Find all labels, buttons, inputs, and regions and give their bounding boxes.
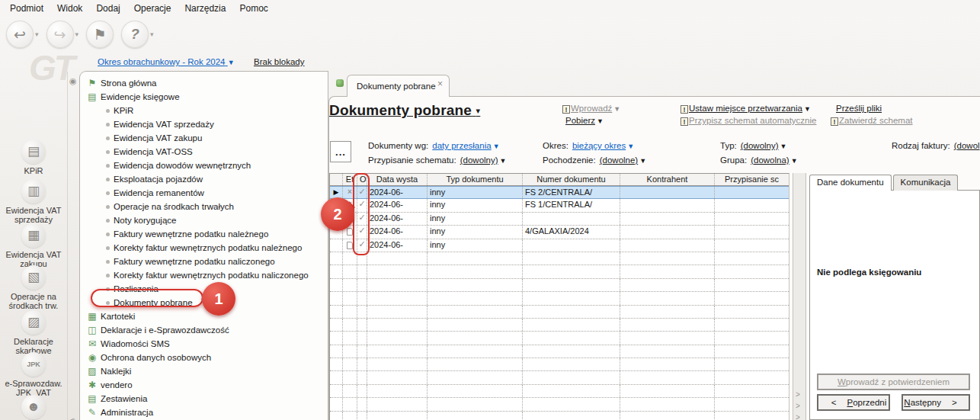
filter-value-link[interactable]: (dowol	[954, 141, 980, 150]
tree-item-strona-g-wna[interactable]: ⚑Strona główna	[80, 76, 328, 90]
tree-item-zestawienia[interactable]: ▤Zestawienia	[80, 392, 328, 406]
filter-value-link[interactable]: (dowolny)	[460, 155, 498, 165]
tree-item-eksploatacja-pojazd-w[interactable]: Eksploatacja pojazdów	[80, 172, 328, 186]
module-item-4[interactable]: ▨Deklaracje skarbowe	[0, 310, 67, 355]
tree-item-ewidencja-vat-sprzeda-y[interactable]: Ewidencja VAT sprzedaży	[80, 117, 328, 131]
side-panel-splitter[interactable]: >>>	[793, 173, 806, 420]
table-row-empty[interactable]	[330, 332, 789, 345]
column-header-Przypisanie sc[interactable]: Przypisanie sc	[715, 174, 789, 185]
module-item-5[interactable]: JPKe-Sprawozdaw. JPK_VAT	[0, 352, 67, 397]
menu-item[interactable]: Podmiot	[3, 1, 50, 16]
menu-item[interactable]: Narzędzia	[178, 1, 232, 16]
tree-item-operacje-na-rodkach-trwa-ych[interactable]: Operacje na środkach trwałych	[80, 200, 328, 213]
expand-chevron-icon[interactable]: >	[796, 390, 800, 399]
tree-item-wiadomo-ci-sms[interactable]: ✉Wiadomości SMS	[80, 337, 328, 351]
filter-value-link[interactable]: daty przesłania	[432, 141, 491, 150]
table-row[interactable]: ▶×✓2024-06-innyFS 2/CENTRALA/	[330, 186, 789, 199]
module-item-3[interactable]: ▧Operacje na środkach trw.	[0, 265, 67, 310]
collapse-chevron-icon[interactable]: <	[70, 416, 75, 420]
tree-item-deklaracje-i-e-sprawozdawczo-[interactable]: ◫Deklaracje i e-Sprawozdawczość	[80, 323, 328, 337]
filter-value-link[interactable]: (dowolne)	[600, 155, 639, 165]
chevron-down-icon: ▼	[791, 157, 798, 165]
button-poprzedni[interactable]: <Poprzedni	[817, 394, 890, 411]
table-row-empty[interactable]	[330, 252, 789, 265]
column-header-Data wysta[interactable]: Data wysta	[367, 174, 428, 185]
tree-item-ewidencja-remanent-w[interactable]: Ewidencja remanentów	[80, 186, 328, 200]
table-row-empty[interactable]	[330, 306, 789, 319]
module-item-6[interactable]: ☻Kontrahenci	[0, 395, 67, 420]
table-row[interactable]: ×✓2024-06-innyFS 1/CENTRALA/	[330, 199, 789, 212]
chevron-down-icon[interactable]: ▾	[35, 30, 39, 38]
tree-item-ewidencje-ksi-gowe[interactable]: ▤Ewidencje księgowe	[80, 90, 328, 104]
tree-item-faktury-wewn-trzne-podatku-nale-nego[interactable]: Faktury wewnętrzne podatku należnego	[80, 227, 328, 241]
flag-icon[interactable]: ⚑	[86, 21, 114, 48]
cell-empty	[330, 265, 343, 277]
tree-item-administracja[interactable]: ✎Administracja	[80, 406, 328, 419]
lock-status-link[interactable]: Brak blokady	[254, 57, 304, 66]
expand-chevron-icon[interactable]: >	[796, 402, 800, 410]
help-icon[interactable]: ?	[121, 21, 149, 48]
pin-icon[interactable]: ◉	[69, 76, 77, 86]
table-row[interactable]: ✓2024-06-inny	[330, 213, 789, 226]
tree-item-korekty-faktur-wewn-trznych-podatku-nale-nego[interactable]: Korekty faktur wewnętrznych podatku nale…	[80, 241, 328, 255]
table-row-empty[interactable]	[330, 279, 789, 292]
tree-item-korekty-faktur-wewn-trznych-podatku-naliczonego[interactable]: Korekty faktur wewnętrznych podatku nali…	[80, 268, 328, 282]
expand-chevron-icon[interactable]: >	[796, 413, 800, 420]
cell-empty	[357, 371, 367, 383]
table-row-empty[interactable]	[330, 412, 789, 420]
tree-item-faktury-wewn-trzne-podatku-naliczonego[interactable]: Faktury wewnętrzne podatku naliczonego	[80, 255, 328, 268]
annotation-step-2-badge: 2	[321, 197, 354, 231]
filter-value-link[interactable]: bieżący okres	[572, 141, 626, 150]
tree-item-ewidencja-vat-zakupu[interactable]: Ewidencja VAT zakupu	[80, 131, 328, 145]
column-header-Kontrahent[interactable]: Kontrahent	[620, 174, 715, 185]
page-title[interactable]: Dokumenty pobrane ▾	[329, 102, 480, 119]
tree-item-ewidencja-dowod-w-wewn-trznych[interactable]: Ewidencja dowodów wewnętrznych	[80, 159, 328, 172]
table-row[interactable]: ✓2024-06-inny4/GALAXIA/2024	[330, 226, 789, 239]
table-row-empty[interactable]	[330, 265, 789, 278]
module-item-2[interactable]: ▦Ewidencja VAT zakupu	[0, 223, 67, 268]
accounting-period-link[interactable]: Okres obrachunkowy - Rok 2024 ▼	[98, 57, 235, 66]
tree-item-noty-koryguj-ce[interactable]: Noty korygujące	[80, 213, 328, 227]
tree-item-ochrona-danych-osobowych[interactable]: ◉Ochrona danych osobowych	[80, 351, 328, 364]
chevron-down-icon[interactable]: ▾	[75, 30, 79, 38]
menu-item[interactable]: Dodaj	[89, 1, 127, 16]
cell-empty	[620, 265, 715, 277]
tree-item-kpir[interactable]: KPiR	[80, 104, 328, 117]
filter-value-link[interactable]: (dowolna)	[751, 155, 789, 165]
table-row-empty[interactable]	[330, 371, 789, 384]
more-options-button[interactable]: ...	[330, 141, 351, 162]
cell-empty	[428, 252, 523, 265]
tree-item-vendero[interactable]: ✱vendero	[80, 378, 328, 392]
table-row-empty[interactable]	[330, 398, 789, 411]
module-item-0[interactable]: ▤KPiR	[0, 139, 67, 175]
documents-table[interactable]: EtOData wystaTyp dokumentuNumer dokument…	[329, 173, 789, 420]
side-tab-komunikacja[interactable]: Komunikacja	[893, 175, 959, 191]
menu-item[interactable]: Widok	[50, 1, 89, 16]
table-row-empty[interactable]	[330, 385, 789, 398]
action-ustaw-miejsce-przetwarzania[interactable]: !Ustaw miejsce przetwarzania▼	[681, 104, 811, 114]
tree-item-label: Faktury wewnętrzne podatku należnego	[114, 229, 268, 239]
table-row-empty[interactable]	[330, 292, 789, 305]
chevron-down-icon[interactable]: ▾	[150, 30, 154, 38]
button-nast-pny[interactable]: Następny>	[902, 394, 970, 411]
close-icon[interactable]: ×	[437, 79, 443, 89]
column-header-selector[interactable]	[330, 174, 343, 185]
action-pobierz[interactable]: Pobierz▼	[565, 116, 604, 125]
side-tab-dane-dokumentu[interactable]: Dane dokumentu	[809, 175, 892, 191]
menu-item[interactable]: Pomoc	[232, 1, 274, 16]
table-row-empty[interactable]	[330, 345, 789, 358]
table-row-empty[interactable]	[330, 319, 789, 332]
tab-dokumenty-pobrane[interactable]: Dokumenty pobrane ×	[347, 75, 450, 97]
module-item-1[interactable]: ▥Ewidencja VAT sprzedaży	[0, 179, 67, 224]
filter-value-link[interactable]: (dowolny)	[741, 141, 779, 150]
column-header-Typ dokumentu[interactable]: Typ dokumentu	[428, 174, 523, 185]
tree-item-naklejki[interactable]: ▨Naklejki	[80, 364, 328, 378]
column-header-Numer dokumentu[interactable]: Numer dokumentu	[523, 174, 620, 185]
menu-item[interactable]: Operacje	[127, 1, 178, 16]
tree-item-ewidencja-vat-oss[interactable]: Ewidencja VAT-OSS	[80, 145, 328, 159]
table-row-empty[interactable]	[330, 358, 789, 371]
table-row[interactable]: ✓2024-06-inny	[330, 239, 789, 252]
back-icon[interactable]: ↩	[6, 21, 34, 48]
tree-item-kartoteki[interactable]: ▦Kartoteki	[80, 309, 328, 323]
action-prze-lij-pliki[interactable]: Prześlij pliki	[836, 104, 882, 113]
